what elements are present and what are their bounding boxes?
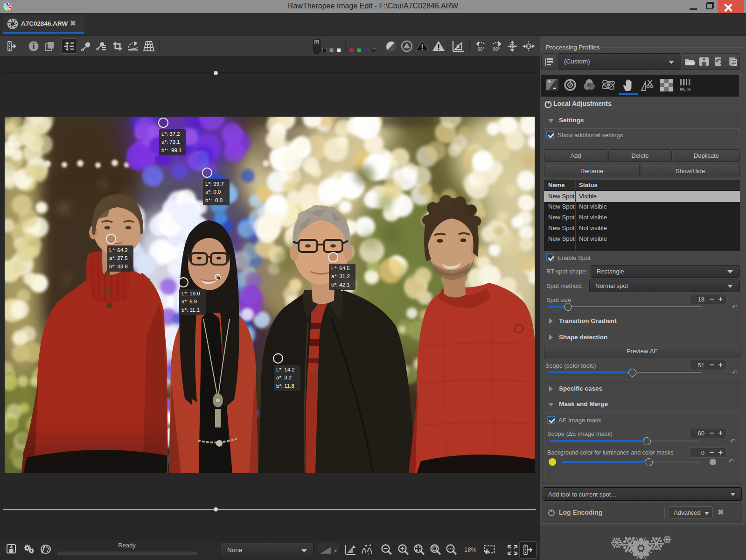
svg-text:1:1: 1:1 (448, 547, 453, 551)
svg-text:90°: 90° (477, 47, 484, 52)
svg-text:90°: 90° (493, 47, 500, 52)
svg-text:META: META (680, 87, 690, 91)
